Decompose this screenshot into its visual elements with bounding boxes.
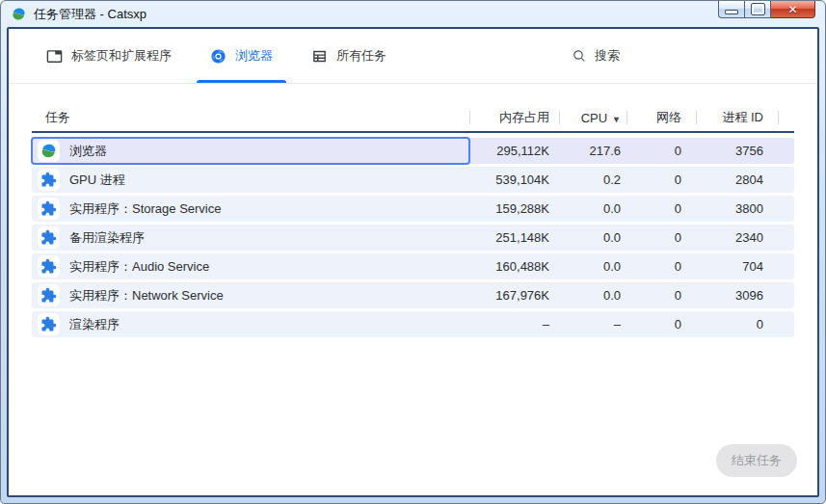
network-cell: 0 <box>626 144 696 158</box>
extension-puzzle-icon <box>38 198 60 220</box>
titlebar: 任务管理器 - Catsxp ✕ <box>1 1 825 27</box>
process-table: 任务 内存占用 CPU▼ 网络 进程 ID <box>32 104 794 337</box>
cpu-cell: 0.0 <box>559 288 626 303</box>
task-name: 实用程序：Storage Service <box>69 200 222 218</box>
minimize-icon <box>725 10 738 14</box>
task-name: 渲染程序 <box>69 316 120 333</box>
column-header-network[interactable]: 网络 <box>626 109 696 126</box>
maximize-icon <box>752 4 764 14</box>
table-body: 浏览器 295,112K 217.6 0 3756 GPU 进程 5 <box>32 138 794 337</box>
network-cell: 0 <box>626 172 696 187</box>
maximize-button[interactable] <box>745 1 771 18</box>
memory-cell: 295,112K <box>469 144 559 158</box>
task-cell: 渲染程序 <box>32 311 469 337</box>
cpu-cell: 0.0 <box>559 259 626 274</box>
cpu-cell: 217.6 <box>559 144 626 158</box>
pid-cell: 3800 <box>696 201 778 216</box>
memory-cell: 251,148K <box>469 230 559 245</box>
task-name: 实用程序：Network Service <box>69 287 224 305</box>
window-controls: ✕ <box>718 1 815 18</box>
search-label: 搜索 <box>595 47 620 65</box>
network-cell: 0 <box>626 259 696 274</box>
pid-cell: 0 <box>696 317 778 332</box>
table-row-storage-service[interactable]: 实用程序：Storage Service 159,288K 0.0 0 3800 <box>32 196 794 222</box>
extension-puzzle-icon <box>38 226 60 249</box>
pid-cell: 3096 <box>696 288 778 303</box>
table-header: 任务 内存占用 CPU▼ 网络 进程 ID <box>32 104 794 133</box>
task-cell: GPU 进程 <box>32 167 469 193</box>
tab-tabs-and-extensions[interactable]: 标签页和扩展程序 <box>27 29 191 83</box>
tab-browser[interactable]: 浏览器 <box>191 29 292 83</box>
table-row-audio-service[interactable]: 实用程序：Audio Service 160,488K 0.0 0 704 <box>32 253 794 279</box>
catsxp-logo <box>38 140 60 162</box>
extension-puzzle-icon <box>38 284 60 306</box>
browser-icon <box>210 48 226 65</box>
all-tasks-icon <box>311 48 328 65</box>
memory-cell: 167,976K <box>469 288 559 303</box>
end-task-button[interactable]: 结束任务 <box>716 444 797 477</box>
search-control[interactable]: 搜索 <box>572 47 620 65</box>
tab-all-tasks[interactable]: 所有任务 <box>292 29 406 83</box>
cpu-cell: 0.0 <box>559 201 626 216</box>
task-manager-window: 任务管理器 - Catsxp ✕ 标签页和扩展程序 <box>0 0 826 504</box>
task-cell: 浏览器 <box>32 138 469 164</box>
tab-label: 浏览器 <box>235 47 273 65</box>
close-button[interactable]: ✕ <box>771 1 815 18</box>
tab-bar: 标签页和扩展程序 浏览器 所有任务 <box>9 29 817 84</box>
network-cell: 0 <box>626 230 696 245</box>
task-name: 浏览器 <box>69 143 107 160</box>
memory-cell: 159,288K <box>469 201 559 216</box>
cpu-cell: 0.0 <box>559 230 626 245</box>
table-row-browser[interactable]: 浏览器 295,112K 217.6 0 3756 <box>32 138 794 164</box>
task-cell: 实用程序：Audio Service <box>32 253 469 279</box>
pid-cell: 704 <box>696 259 778 274</box>
tab-label: 标签页和扩展程序 <box>71 47 172 65</box>
close-icon: ✕ <box>787 4 797 15</box>
window-title: 任务管理器 - Catsxp <box>34 6 147 23</box>
table-row-renderer[interactable]: 渲染程序 – – 0 0 <box>32 311 794 337</box>
catsxp-logo <box>11 6 27 22</box>
cpu-cell: – <box>559 317 626 332</box>
task-name: 备用渲染程序 <box>69 229 145 247</box>
task-name: GPU 进程 <box>69 172 125 189</box>
search-icon <box>572 48 587 64</box>
table-row-spare-renderer[interactable]: 备用渲染程序 251,148K 0.0 0 2340 <box>32 225 794 251</box>
extension-puzzle-icon <box>38 313 60 335</box>
network-cell: 0 <box>626 201 696 216</box>
task-cell: 备用渲染程序 <box>32 225 469 251</box>
header-spacer <box>778 104 794 131</box>
sort-desc-icon: ▼ <box>612 115 621 124</box>
tabs-and-extensions-icon <box>46 48 63 65</box>
memory-cell: 160,488K <box>469 259 559 274</box>
memory-cell: 539,104K <box>469 172 559 187</box>
column-header-task[interactable]: 任务 <box>32 109 469 126</box>
pid-cell: 2804 <box>696 172 778 187</box>
extension-puzzle-icon <box>38 255 60 278</box>
extension-puzzle-icon <box>38 169 60 191</box>
memory-cell: – <box>469 317 559 332</box>
task-cell: 实用程序：Network Service <box>32 282 469 308</box>
column-header-memory[interactable]: 内存占用 <box>469 109 559 126</box>
pid-cell: 2340 <box>696 230 778 245</box>
table-row-gpu-process[interactable]: GPU 进程 539,104K 0.2 0 2804 <box>32 167 794 193</box>
network-cell: 0 <box>626 288 696 303</box>
pid-cell: 3756 <box>696 144 778 158</box>
column-header-cpu[interactable]: CPU▼ <box>559 111 626 125</box>
content-area: 标签页和扩展程序 浏览器 所有任务 <box>7 27 819 497</box>
minimize-button[interactable] <box>718 1 745 18</box>
cpu-cell: 0.2 <box>559 172 626 187</box>
column-header-pid[interactable]: 进程 ID <box>696 109 778 126</box>
task-name: 实用程序：Audio Service <box>69 258 209 276</box>
network-cell: 0 <box>626 317 696 332</box>
table-row-network-service[interactable]: 实用程序：Network Service 167,976K 0.0 0 3096 <box>32 282 794 308</box>
tab-label: 所有任务 <box>336 47 386 65</box>
task-cell: 实用程序：Storage Service <box>32 196 469 222</box>
